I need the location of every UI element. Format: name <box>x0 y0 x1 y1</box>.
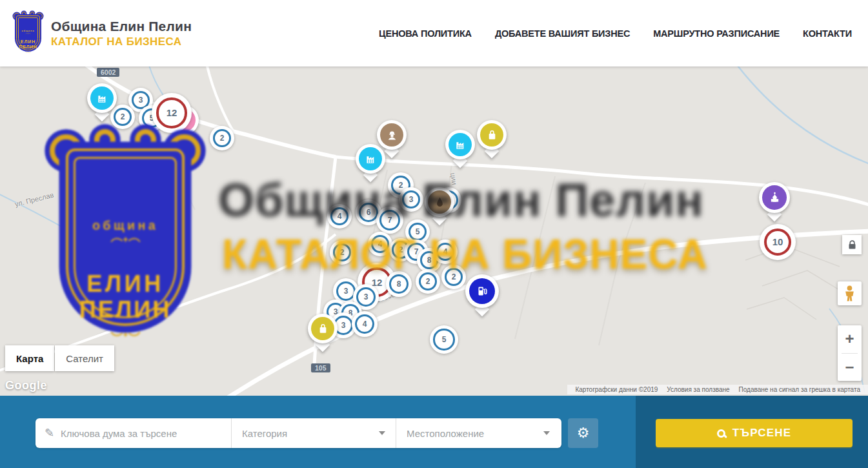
nav-link-contacts[interactable]: КОНТАКТИ <box>803 28 852 39</box>
road-number-badge: 6002 <box>97 68 119 77</box>
site-tagline: КАТАЛОГ НА БИЗНЕСА <box>51 36 192 48</box>
factory-icon <box>449 133 472 156</box>
attribution-text: Картографски данни ©2019 <box>570 386 662 393</box>
watermark-title: Община Елин Пелин <box>218 174 704 227</box>
category-placeholder: Категория <box>242 428 287 439</box>
worker-icon <box>380 123 403 147</box>
pin-body <box>377 120 407 150</box>
cluster-marker[interactable]: 2 <box>210 126 234 150</box>
business-pin[interactable] <box>465 274 499 316</box>
zoom-in-button[interactable]: + <box>838 325 862 353</box>
search-input-group: ✎ Категория Местоположение <box>35 418 561 448</box>
business-pin[interactable] <box>477 120 507 158</box>
search-icon <box>717 429 725 438</box>
crest-top-text: община <box>22 29 35 32</box>
map-attribution: Картографски данни ©2019Условия за ползв… <box>567 385 868 394</box>
factory-icon <box>90 86 114 110</box>
chevron-down-icon <box>379 431 385 435</box>
flourish-icon <box>22 33 34 34</box>
pin-body <box>477 120 507 150</box>
pin-body <box>465 274 499 308</box>
keyword-segment: ✎ <box>35 418 231 448</box>
header: община ЕЛИН ПЕЛИН Община Елин Пелин КАТА… <box>0 0 868 66</box>
pin-body <box>308 314 338 343</box>
business-pin[interactable] <box>377 120 407 158</box>
fuel-icon <box>469 278 496 305</box>
business-pin[interactable] <box>759 182 790 221</box>
crest-top-text: община <box>92 218 158 233</box>
map-type-map-button[interactable]: Карта <box>5 345 54 371</box>
watermark-crest: община ЕЛИН ПЕЛИН <box>54 139 196 338</box>
crest-name-line2: ПЕЛИН <box>19 45 37 50</box>
category-select[interactable]: Категория <box>231 418 396 448</box>
crest-name-line1: ЕЛИН <box>86 272 163 296</box>
zoom-out-button[interactable]: − <box>838 354 862 382</box>
crest-name-line1: ЕЛИН <box>21 40 35 45</box>
map-canvas[interactable]: 6002105 ул. Преславбул. „Новоселции 3251… <box>0 66 868 396</box>
lock-icon[interactable] <box>842 235 862 254</box>
pegman-icon <box>843 285 856 302</box>
cluster-marker[interactable]: 4 <box>352 311 378 337</box>
business-pin[interactable] <box>445 130 475 167</box>
cluster-marker[interactable]: 5 <box>430 325 458 354</box>
pin-body <box>87 83 117 113</box>
municipality-crest-logo: община ЕЛИН ПЕЛИН <box>14 14 42 52</box>
road-number-badge: 105 <box>311 363 330 372</box>
search-action-panel: ТЪРСЕНЕ <box>636 396 868 468</box>
shopping-bag-icon <box>311 317 334 340</box>
map-type-satellite-button[interactable]: Сателит <box>55 345 114 371</box>
nav-link-add-business[interactable]: ДОБАВЕТЕ ВАШИЯТ БИЗНЕС <box>495 28 630 39</box>
gear-icon: ⚙ <box>577 425 590 441</box>
logo-link[interactable]: община ЕЛИН ПЕЛИН Община Елин Пелин КАТА… <box>14 14 192 52</box>
pin-body <box>445 130 475 159</box>
flourish-icon <box>94 331 157 338</box>
attribution-link[interactable]: Условия за ползване <box>662 386 734 393</box>
search-button-label: ТЪРСЕНЕ <box>732 427 792 440</box>
page: община ЕЛИН ПЕЛИН Община Елин Пелин КАТА… <box>0 0 868 468</box>
location-select[interactable]: Местоположение <box>396 418 560 448</box>
map-type-control: Карта Сателит <box>5 345 114 371</box>
keyword-input[interactable] <box>61 428 223 439</box>
flourish-icon <box>22 52 34 53</box>
flourish-icon <box>94 236 157 243</box>
attribution-link[interactable]: Подаване на сигнал за грешка в картата <box>734 386 865 393</box>
crest-name-line2: ПЕЛИН <box>79 296 172 323</box>
chevron-down-icon <box>543 431 550 435</box>
pin-body <box>759 182 790 213</box>
nav-link-pricing-policy[interactable]: ЦЕНОВА ПОЛИТИКА <box>379 28 472 39</box>
zoom-control: + − <box>838 325 862 381</box>
church-icon <box>762 185 786 209</box>
business-pin[interactable] <box>87 83 117 121</box>
cluster-marker[interactable]: 10 <box>760 224 796 260</box>
nav-link-transport-schedule[interactable]: МАРШРУТНО РАЗПИСАНИЕ <box>653 28 780 39</box>
search-button[interactable]: ТЪРСЕНЕ <box>656 419 853 447</box>
google-logo[interactable]: Google <box>5 379 47 392</box>
search-filters-panel: ✎ Категория Местоположение ⚙ <box>0 396 636 468</box>
watermark-subtitle: КАТАЛОГ НА БИЗНЕСА <box>222 230 708 278</box>
location-placeholder: Местоположение <box>407 428 484 439</box>
business-pin[interactable] <box>308 314 338 351</box>
main-nav: ЦЕНОВА ПОЛИТИКАДОБАВЕТЕ ВАШИЯТ БИЗНЕСМАР… <box>379 28 852 39</box>
cluster-marker[interactable]: 12 <box>152 93 192 133</box>
settings-button[interactable]: ⚙ <box>568 418 598 448</box>
site-title: Община Елин Пелин <box>51 19 192 34</box>
shopping-bag-icon <box>480 123 503 147</box>
pencil-icon: ✎ <box>45 426 54 440</box>
street-view-pegman[interactable] <box>838 281 862 305</box>
search-bar: ✎ Категория Местоположение ⚙ ТЪРСЕНЕ <box>0 396 868 468</box>
